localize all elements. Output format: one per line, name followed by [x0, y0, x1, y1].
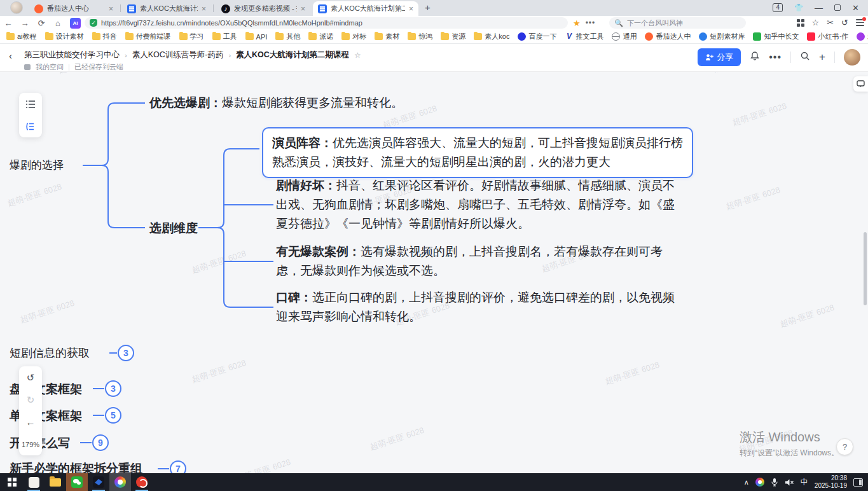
tab-feishu-doc-active[interactable]: 素人KOC大航海计划第二期 ×: [313, 1, 418, 16]
breadcrumb-item[interactable]: 第三职业技能交付学习中心: [24, 50, 120, 60]
search-suggestion-text[interactable]: 下一个台风叫风神: [627, 18, 683, 28]
comment-panel-button[interactable]: [853, 76, 868, 92]
taskbar-app-notes[interactable]: [23, 473, 45, 491]
start-button[interactable]: [1, 473, 23, 491]
tab-douyin-search[interactable]: ♪ 发现更多精彩视频 - 抖音搜索 ×: [216, 1, 310, 16]
bookmark-folder[interactable]: 学习: [179, 32, 204, 41]
collapse-count-badge[interactable]: 3: [118, 345, 134, 361]
bookmark-general[interactable]: 通用: [612, 32, 637, 41]
mindmap-node-cast-selected[interactable]: 演员阵容：优先选演员阵容强大、流量大的短剧，可上抖音搜短剧演员排行榜熟悉演员，演…: [262, 127, 693, 178]
user-avatar[interactable]: [844, 49, 860, 66]
bookmark-folder[interactable]: 抖音: [92, 32, 117, 41]
bookmarked-star-icon[interactable]: ★: [573, 18, 581, 28]
outline-view-button[interactable]: [19, 93, 42, 115]
tab-feishu-doc-1[interactable]: 素人KOC大航海计划第二期 ×: [122, 1, 211, 16]
favorite-star-icon[interactable]: ☆: [354, 51, 361, 60]
mindmap-node-hit-cases[interactable]: 有无爆款案例：选有爆款视频的剧，上抖音搜剧名，若有爆款存在则可考虑，无爆款则作为…: [276, 242, 680, 280]
back-icon[interactable]: ←: [0, 18, 17, 28]
address-more-icon[interactable]: •••: [586, 18, 596, 27]
bookmark-folder[interactable]: ai教程: [6, 32, 37, 41]
bookmark-folder[interactable]: 素人koc: [474, 32, 509, 41]
microphone-icon[interactable]: [771, 478, 778, 487]
mindmap-node-reputation[interactable]: 口碑：选正向口碑的剧，上抖音搜剧的评价，避免选口碑差的剧，以免视频迎来骂声影响心…: [276, 288, 680, 326]
tab-count-badge[interactable]: 4: [773, 3, 783, 12]
collapse-count-badge[interactable]: 5: [105, 407, 121, 424]
ime-indicator[interactable]: 中: [801, 477, 808, 488]
taskbar-app-dark[interactable]: [88, 473, 109, 491]
help-button[interactable]: ?: [836, 438, 853, 455]
favorites-icon[interactable]: ☆: [812, 18, 820, 27]
bookmark-folder[interactable]: 付费前端课: [125, 32, 171, 41]
quick-search-box[interactable]: 🔍 下一个台风叫风神: [609, 17, 746, 29]
mindmap-root-node[interactable]: 爆剧的选择: [10, 158, 64, 172]
browser-profile-avatar[interactable]: [10, 1, 23, 14]
action-center-icon[interactable]: [853, 478, 863, 487]
bookmark-folder[interactable]: 资源: [441, 32, 465, 41]
undo-button[interactable]: ↺: [19, 366, 42, 389]
restore-button[interactable]: [834, 4, 841, 11]
bell-icon[interactable]: [750, 51, 760, 64]
theme-skin-icon[interactable]: 👕: [794, 4, 803, 12]
apps-grid-icon[interactable]: [797, 19, 804, 27]
mindmap-node-plot[interactable]: 剧情好坏：抖音、红果评论区看评价。好剧情故事细腻、情感细腻、演员不出戏、无狗血剧…: [276, 176, 680, 233]
tray-browser-icon[interactable]: [755, 478, 764, 487]
taskbar-browser[interactable]: [109, 473, 131, 491]
tray-expand-icon[interactable]: ∧: [744, 478, 749, 487]
address-bar[interactable]: ✓ https://ft6vgl737z.feishu.cn/mindnotes…: [85, 17, 568, 29]
tab-close-icon[interactable]: ×: [409, 4, 413, 13]
url-text[interactable]: https://ft6vgl737z.feishu.cn/mindnotes/O…: [101, 19, 362, 27]
vertical-scrollbar[interactable]: [864, 232, 867, 305]
new-tab-button[interactable]: +: [425, 2, 431, 13]
undo-history-icon[interactable]: ↺: [841, 18, 848, 27]
close-window-button[interactable]: ✕: [852, 3, 859, 13]
bookmark-drama-assets[interactable]: 短剧素材库: [699, 32, 745, 41]
menu-icon[interactable]: [856, 19, 864, 26]
mindmap-canvas[interactable]: 超萌-匪匪 6028 超萌-匪匪 6028 超萌-匪匪 6028 超萌-匪匪 6…: [0, 72, 868, 473]
doc-search-icon[interactable]: [800, 51, 810, 64]
breadcrumb-item[interactable]: 素人KOC训练营导师-药药: [132, 50, 224, 60]
tab-close-icon[interactable]: ×: [202, 4, 206, 13]
bookmark-xiaohongshu[interactable]: 小红书·作: [807, 32, 848, 41]
reload-icon[interactable]: ⟳: [33, 18, 50, 28]
bookmark-folder[interactable]: 派诺: [308, 32, 333, 41]
mindmap-node-dimensions[interactable]: 选剧维度: [149, 219, 198, 238]
mindmap-view-button[interactable]: [19, 115, 42, 137]
taskbar-file-explorer[interactable]: [45, 473, 66, 491]
collapse-count-badge[interactable]: 3: [105, 380, 121, 397]
taskbar-wechat[interactable]: [66, 473, 88, 491]
locate-root-button[interactable]: ←: [19, 411, 42, 433]
mindmap-node-info-sources[interactable]: 短剧信息的获取: [10, 345, 90, 361]
bookmark-folder[interactable]: 工具: [212, 32, 237, 41]
bookmark-folder[interactable]: 惊鸿: [408, 32, 432, 41]
share-button[interactable]: 分享: [698, 48, 741, 66]
bookmark-unnamed-file[interactable]: 未命名文件: [857, 32, 868, 41]
taskbar-app-red[interactable]: [131, 473, 153, 491]
zoom-level[interactable]: 179%: [19, 433, 42, 455]
mindmap-node-framework-remix[interactable]: 新手必学的框架拆分重组: [10, 460, 142, 473]
forward-icon[interactable]: →: [17, 18, 33, 28]
volume-muted-icon[interactable]: [785, 478, 794, 487]
bookmark-folder[interactable]: 其他: [275, 32, 300, 41]
taskbar-clock[interactable]: 20:38 2025-10-19: [815, 474, 847, 490]
tab-close-icon[interactable]: ×: [109, 4, 113, 13]
doc-title[interactable]: 素人KOC大航海计划第二期课程: [236, 50, 349, 60]
bookmark-tweet-tool[interactable]: V推文工具: [565, 32, 603, 41]
scissors-screenshot-icon[interactable]: ✂: [827, 18, 834, 27]
mindmap-node-priority[interactable]: 优先选爆剧：爆款短剧能获得更多流量和转化。: [149, 93, 424, 113]
bookmark-baidu[interactable]: 百度一下: [518, 32, 556, 41]
bookmark-fanqie[interactable]: 番茄达人中: [645, 32, 691, 41]
minimize-button[interactable]: —: [815, 3, 823, 13]
bookmark-folder[interactable]: 素材: [375, 32, 399, 41]
collapse-count-badge[interactable]: 7: [170, 460, 186, 473]
redo-button[interactable]: ↻: [19, 389, 42, 411]
doc-back-icon[interactable]: ‹: [9, 50, 12, 61]
bookmark-folder[interactable]: 对标: [341, 32, 366, 41]
add-new-icon[interactable]: +: [819, 51, 825, 64]
security-shield-icon[interactable]: ✓: [90, 19, 97, 27]
space-label[interactable]: 我的空间: [36, 62, 64, 72]
tab-close-icon[interactable]: ×: [301, 4, 305, 13]
more-actions-icon[interactable]: •••: [769, 52, 782, 63]
tab-fanqie-center[interactable]: 番茄达人中心 ×: [29, 1, 118, 16]
home-icon[interactable]: ⌂: [50, 18, 66, 28]
bookmark-folder[interactable]: 设计素材: [45, 32, 84, 41]
